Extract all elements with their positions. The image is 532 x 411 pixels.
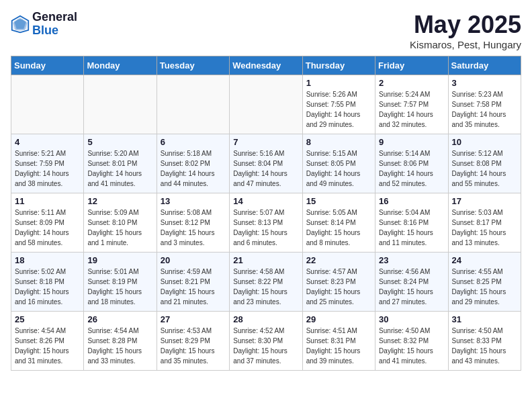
day-info: Sunrise: 4:55 AMSunset: 8:25 PMDaylight:… [452, 267, 517, 307]
day-info: Sunrise: 5:21 AMSunset: 7:59 PMDaylight:… [15, 148, 80, 189]
day-number: 2 [379, 78, 444, 88]
day-number: 12 [87, 196, 152, 206]
calendar-cell: 30Sunrise: 4:50 AMSunset: 8:32 PMDayligh… [375, 312, 448, 371]
day-number: 28 [233, 314, 298, 324]
calendar-cell: 26Sunrise: 4:54 AMSunset: 8:28 PMDayligh… [84, 312, 157, 371]
day-info: Sunrise: 5:24 AMSunset: 7:57 PMDaylight:… [379, 89, 444, 130]
day-info: Sunrise: 5:16 AMSunset: 8:04 PMDaylight:… [233, 148, 298, 189]
day-info: Sunrise: 4:57 AMSunset: 8:23 PMDaylight:… [306, 267, 371, 307]
day-info: Sunrise: 4:59 AMSunset: 8:21 PMDaylight:… [161, 267, 226, 307]
day-number: 4 [15, 137, 80, 147]
day-info: Sunrise: 4:54 AMSunset: 8:28 PMDaylight:… [87, 326, 152, 366]
day-info: Sunrise: 4:53 AMSunset: 8:29 PMDaylight:… [161, 326, 226, 366]
day-number: 21 [233, 255, 298, 265]
day-number: 30 [379, 314, 444, 324]
calendar-cell: 11Sunrise: 5:11 AMSunset: 8:09 PMDayligh… [11, 193, 84, 253]
day-info: Sunrise: 5:09 AMSunset: 8:10 PMDaylight:… [87, 208, 152, 248]
day-number: 25 [15, 314, 80, 324]
calendar-week-row: 1Sunrise: 5:26 AMSunset: 7:55 PMDaylight… [11, 75, 521, 134]
logo-general-label: General [32, 11, 77, 24]
day-number: 19 [87, 255, 152, 265]
calendar-cell: 3Sunrise: 5:23 AMSunset: 7:58 PMDaylight… [448, 75, 521, 134]
day-info: Sunrise: 4:52 AMSunset: 8:30 PMDaylight:… [233, 326, 298, 366]
calendar-cell: 18Sunrise: 5:02 AMSunset: 8:18 PMDayligh… [11, 253, 84, 312]
day-info: Sunrise: 5:26 AMSunset: 7:55 PMDaylight:… [306, 89, 371, 130]
calendar-cell: 20Sunrise: 4:59 AMSunset: 8:21 PMDayligh… [157, 253, 229, 312]
day-number: 10 [452, 137, 517, 147]
calendar-cell: 4Sunrise: 5:21 AMSunset: 7:59 PMDaylight… [11, 134, 84, 193]
calendar-cell: 8Sunrise: 5:15 AMSunset: 8:05 PMDaylight… [302, 134, 375, 193]
day-number: 26 [87, 314, 152, 324]
calendar-cell: 6Sunrise: 5:18 AMSunset: 8:02 PMDaylight… [157, 134, 229, 193]
day-info: Sunrise: 4:54 AMSunset: 8:26 PMDaylight:… [15, 326, 80, 366]
calendar-header-row: SundayMondayTuesdayWednesdayThursdayFrid… [11, 56, 521, 75]
calendar-week-row: 18Sunrise: 5:02 AMSunset: 8:18 PMDayligh… [11, 253, 521, 312]
calendar-cell: 19Sunrise: 5:01 AMSunset: 8:19 PMDayligh… [84, 253, 157, 312]
logo-blue-label: Blue [32, 24, 77, 38]
day-number: 24 [452, 255, 517, 265]
calendar-cell: 24Sunrise: 4:55 AMSunset: 8:25 PMDayligh… [448, 253, 521, 312]
calendar-cell [230, 75, 302, 134]
day-number: 8 [306, 137, 371, 147]
calendar-cell: 16Sunrise: 5:04 AMSunset: 8:16 PMDayligh… [375, 193, 448, 253]
calendar-cell: 28Sunrise: 4:52 AMSunset: 8:30 PMDayligh… [230, 312, 302, 371]
day-number: 20 [161, 255, 226, 265]
day-info: Sunrise: 5:11 AMSunset: 8:09 PMDaylight:… [15, 208, 80, 248]
calendar-day-header: Sunday [11, 56, 84, 75]
day-number: 1 [306, 78, 371, 88]
calendar-cell [11, 75, 84, 134]
calendar-day-header: Saturday [448, 56, 521, 75]
day-info: Sunrise: 5:12 AMSunset: 8:08 PMDaylight:… [452, 148, 517, 189]
day-number: 3 [452, 78, 517, 88]
day-info: Sunrise: 5:04 AMSunset: 8:16 PMDaylight:… [379, 208, 444, 248]
day-number: 6 [161, 137, 226, 147]
title-area: May 2025 Kismaros, Pest, Hungary [410, 11, 521, 50]
calendar-cell: 29Sunrise: 4:51 AMSunset: 8:31 PMDayligh… [302, 312, 375, 371]
calendar-cell: 15Sunrise: 5:05 AMSunset: 8:14 PMDayligh… [302, 193, 375, 253]
calendar-cell: 21Sunrise: 4:58 AMSunset: 8:22 PMDayligh… [230, 253, 302, 312]
calendar-cell: 31Sunrise: 4:50 AMSunset: 8:33 PMDayligh… [448, 312, 521, 371]
day-info: Sunrise: 4:51 AMSunset: 8:31 PMDaylight:… [306, 326, 371, 366]
day-number: 18 [15, 255, 80, 265]
day-info: Sunrise: 5:23 AMSunset: 7:58 PMDaylight:… [452, 89, 517, 130]
location-subtitle: Kismaros, Pest, Hungary [410, 39, 521, 50]
calendar-week-row: 11Sunrise: 5:11 AMSunset: 8:09 PMDayligh… [11, 193, 521, 253]
calendar-day-header: Thursday [302, 56, 375, 75]
day-info: Sunrise: 5:01 AMSunset: 8:19 PMDaylight:… [87, 267, 152, 307]
day-number: 23 [379, 255, 444, 265]
day-info: Sunrise: 4:50 AMSunset: 8:32 PMDaylight:… [379, 326, 444, 366]
calendar-cell: 22Sunrise: 4:57 AMSunset: 8:23 PMDayligh… [302, 253, 375, 312]
day-info: Sunrise: 5:18 AMSunset: 8:02 PMDaylight:… [161, 148, 226, 189]
day-info: Sunrise: 5:02 AMSunset: 8:18 PMDaylight:… [15, 267, 80, 307]
header: General Blue May 2025 Kismaros, Pest, Hu… [11, 11, 521, 50]
calendar-day-header: Friday [375, 56, 448, 75]
day-number: 7 [233, 137, 298, 147]
calendar-cell: 27Sunrise: 4:53 AMSunset: 8:29 PMDayligh… [157, 312, 229, 371]
day-number: 14 [233, 196, 298, 206]
day-info: Sunrise: 5:15 AMSunset: 8:05 PMDaylight:… [306, 148, 371, 189]
calendar-cell: 9Sunrise: 5:14 AMSunset: 8:06 PMDaylight… [375, 134, 448, 193]
calendar-table: SundayMondayTuesdayWednesdayThursdayFrid… [11, 56, 521, 371]
logo-text: General Blue [32, 11, 77, 38]
calendar-cell: 17Sunrise: 5:03 AMSunset: 8:17 PMDayligh… [448, 193, 521, 253]
calendar-cell: 7Sunrise: 5:16 AMSunset: 8:04 PMDaylight… [230, 134, 302, 193]
calendar-day-header: Wednesday [230, 56, 302, 75]
day-number: 16 [379, 196, 444, 206]
day-info: Sunrise: 5:03 AMSunset: 8:17 PMDaylight:… [452, 208, 517, 248]
logo-icon [11, 15, 30, 34]
calendar-cell: 25Sunrise: 4:54 AMSunset: 8:26 PMDayligh… [11, 312, 84, 371]
day-number: 17 [452, 196, 517, 206]
day-info: Sunrise: 5:20 AMSunset: 8:01 PMDaylight:… [87, 148, 152, 189]
day-info: Sunrise: 4:56 AMSunset: 8:24 PMDaylight:… [379, 267, 444, 307]
calendar-cell [157, 75, 229, 134]
month-title: May 2025 [410, 11, 521, 39]
day-info: Sunrise: 5:05 AMSunset: 8:14 PMDaylight:… [306, 208, 371, 248]
calendar-cell: 14Sunrise: 5:07 AMSunset: 8:13 PMDayligh… [230, 193, 302, 253]
calendar-cell: 13Sunrise: 5:08 AMSunset: 8:12 PMDayligh… [157, 193, 229, 253]
day-info: Sunrise: 5:08 AMSunset: 8:12 PMDaylight:… [161, 208, 226, 248]
day-number: 5 [87, 137, 152, 147]
day-info: Sunrise: 5:14 AMSunset: 8:06 PMDaylight:… [379, 148, 444, 189]
calendar-day-header: Tuesday [157, 56, 229, 75]
day-number: 13 [161, 196, 226, 206]
day-number: 15 [306, 196, 371, 206]
